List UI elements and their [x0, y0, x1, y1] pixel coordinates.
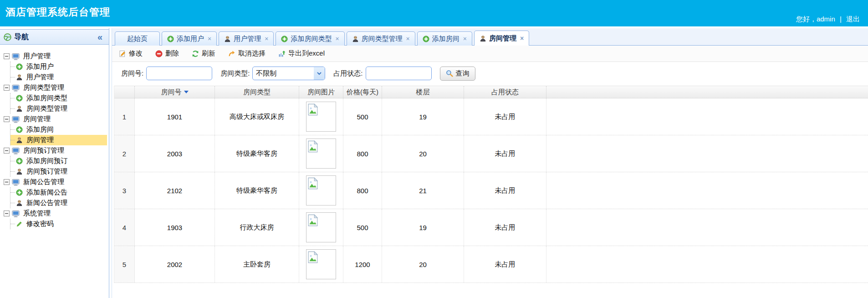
cell-status-value: 未占用 [495, 113, 516, 121]
tab-0[interactable]: 起始页 [115, 31, 160, 46]
tree-node[interactable]: 添加房间类型 [10, 93, 107, 103]
tree-collapse-icon[interactable] [4, 116, 10, 122]
table-row[interactable]: 22003特级豪华客房80020未占用 [114, 135, 868, 172]
tree-node-label: 添加用户 [25, 62, 55, 71]
column-header[interactable]: 房间图片 [299, 86, 343, 98]
column-header[interactable]: 楼层 [382, 86, 464, 98]
cell-room-no: 2002 [135, 246, 215, 283]
collapse-sidebar-icon[interactable]: « [97, 32, 105, 41]
tab-bar: 起始页添加用户×用户管理×添加房间类型×房间类型管理×添加房间×房间管理× [112, 28, 868, 46]
toolbar: 修改删除刷新取消选择导出到excel [112, 46, 868, 62]
tree-node[interactable]: 添加新闻公告 [10, 187, 107, 198]
tree-node[interactable]: 房间管理 [4, 114, 107, 124]
delete-button[interactable]: 删除 [153, 48, 181, 59]
tree-node-label: 房间预订管理 [22, 146, 66, 155]
close-tab-icon[interactable]: × [265, 36, 268, 41]
tree-node[interactable]: 用户管理 [4, 51, 107, 62]
close-tab-icon[interactable]: × [406, 36, 410, 41]
tree-node[interactable]: 房间预订管理 [4, 145, 107, 156]
broken-image-icon [308, 103, 318, 116]
room-no-input[interactable] [146, 67, 212, 80]
tree-node[interactable]: 添加房间 [10, 124, 107, 135]
column-header[interactable]: 房间类型 [215, 86, 299, 98]
chevron-down-icon[interactable] [314, 67, 325, 80]
close-tab-icon[interactable]: × [208, 36, 211, 41]
edit-button[interactable]: 修改 [117, 48, 145, 59]
user-icon [16, 137, 23, 144]
tree-node-label: 添加房间预订 [25, 157, 69, 165]
tree-collapse-icon[interactable] [4, 85, 10, 91]
room-type-select[interactable]: 不限制 [252, 67, 325, 80]
cell-status: 未占用 [464, 246, 546, 283]
cell-status: 未占用 [464, 209, 546, 246]
tab-active-6[interactable]: 房间管理× [474, 31, 529, 46]
table-row[interactable]: 52002主卧套房120020未占用 [114, 246, 868, 283]
tree-node-label: 用户管理 [22, 52, 52, 61]
cell-floor: 19 [382, 98, 464, 135]
tree-collapse-icon[interactable] [4, 53, 10, 59]
tree-node[interactable]: 修改密码 [10, 219, 107, 229]
cell-status: 未占用 [464, 172, 546, 209]
cell-floor: 20 [382, 135, 464, 172]
column-header[interactable]: 价格(每天) [343, 86, 382, 98]
tree-node[interactable]: 添加用户 [10, 62, 107, 72]
tree-node[interactable]: 添加房间预订 [10, 156, 107, 166]
globe-icon [4, 33, 11, 41]
query-button-label: 查询 [456, 69, 470, 78]
cell-status: 未占用 [464, 98, 546, 135]
cell-status-value: 未占用 [495, 149, 516, 158]
tab-1[interactable]: 添加用户× [162, 31, 217, 46]
status-input[interactable] [366, 67, 432, 80]
column-header-label: 房间图片 [307, 88, 335, 97]
cell-room-no-value: 2102 [167, 187, 182, 195]
tree-node[interactable]: 新闻公告管理 [10, 198, 107, 208]
tree-node[interactable]: 房间预订管理 [10, 166, 107, 177]
edit-icon [119, 50, 126, 57]
add-icon [16, 126, 23, 133]
column-header[interactable]: 占用状态 [464, 86, 546, 98]
tree-node[interactable]: 系统管理 [4, 208, 107, 219]
tree-node[interactable]: 新闻公告管理 [4, 177, 107, 187]
export-button[interactable]: 导出到excel [276, 48, 327, 59]
greeting-text: 您好，admin [796, 15, 835, 23]
tab-3[interactable]: 添加房间类型× [276, 31, 344, 46]
cell-status-value: 未占用 [495, 260, 516, 269]
tree-node[interactable]: 房间类型管理 [10, 103, 107, 114]
tab-4[interactable]: 房间类型管理× [347, 31, 415, 46]
tree-node-selected[interactable]: 房间管理 [10, 135, 107, 145]
sidebar-header: 导航 « [0, 29, 109, 45]
main-panel: 起始页添加用户×用户管理×添加房间类型×房间类型管理×添加房间×房间管理× 修改… [112, 28, 868, 298]
tree-node[interactable]: 用户管理 [10, 72, 107, 82]
close-tab-icon[interactable]: × [520, 36, 524, 41]
room-image-placeholder [306, 139, 336, 169]
cell-floor-value: 19 [419, 113, 427, 121]
table-row[interactable]: 41903行政大床房50019未占用 [114, 209, 868, 246]
table-row[interactable]: 32102特级豪华客房80021未占用 [114, 172, 868, 209]
tab-2[interactable]: 用户管理× [219, 31, 274, 46]
cancel-button[interactable]: 取消选择 [226, 48, 268, 59]
cell-room-type: 主卧套房 [215, 246, 299, 283]
sidebar: 导航 « 用户管理添加用户用户管理房间类型管理添加房间类型房间类型管理房间管理添… [0, 28, 109, 298]
column-header-label: 房间号 [161, 88, 182, 97]
tree-collapse-icon[interactable] [4, 148, 10, 154]
tree-node-label: 房间类型管理 [25, 104, 69, 113]
cell-status: 未占用 [464, 135, 546, 172]
query-button[interactable]: 查询 [440, 67, 475, 81]
cell-price-value: 800 [357, 187, 368, 195]
column-header[interactable]: 房间号 [135, 86, 215, 98]
tree-collapse-icon[interactable] [4, 179, 10, 185]
tab-5[interactable]: 添加房间× [417, 31, 472, 46]
tree-node[interactable]: 房间类型管理 [4, 82, 107, 93]
refresh-button[interactable]: 刷新 [189, 48, 218, 59]
cell-room-no-value: 2002 [167, 261, 182, 268]
logout-link[interactable]: 退出 [846, 15, 860, 23]
close-tab-icon[interactable]: × [463, 36, 467, 41]
tree-collapse-icon[interactable] [4, 211, 10, 216]
close-tab-icon[interactable]: × [335, 36, 339, 41]
table-header-row: 房间号房间类型房间图片价格(每天)楼层占用状态 [114, 86, 868, 98]
cell-row-number: 3 [114, 172, 135, 209]
column-header-label: 占用状态 [491, 88, 519, 97]
cell-room-no-value: 2003 [167, 150, 182, 158]
add-icon [281, 36, 288, 42]
table-row[interactable]: 11901高级大床或双床房50019未占用 [114, 98, 868, 135]
